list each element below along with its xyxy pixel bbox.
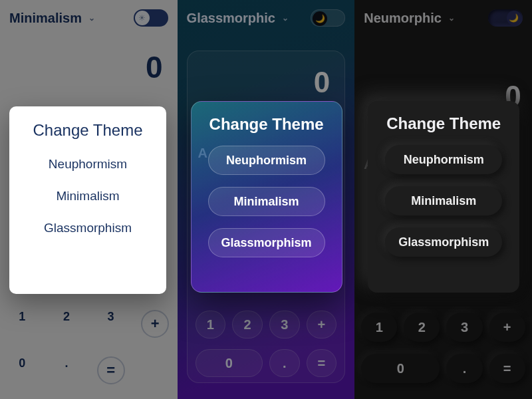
modal-title: Change Theme (33, 121, 143, 140)
panel-minimalism: Minimalism ⌄ ☀ 0 1 2 3 + 0 . = Change Th… (0, 0, 178, 399)
key-0[interactable]: 0 (361, 354, 440, 383)
theme-dropdown[interactable]: Neumorphic ⌄ (364, 11, 455, 26)
theme-option-glassmorphism[interactable]: Glassmorphism (44, 221, 132, 235)
moon-icon: 🌙 (313, 11, 327, 26)
theme-name: Minimalism (9, 11, 82, 26)
theme-option-minimalism[interactable]: Minimalism (57, 189, 120, 203)
key-dot[interactable]: . (269, 349, 300, 377)
panel-glassmorphic: Glassmorphic ⌄ 🌙 0 A 1 2 3 + 0 . = Chang… (178, 0, 355, 399)
panel-neumorphic: Neumorphic ⌄ 🌙 0 A 1 2 3 + 0 . = Change … (354, 0, 532, 399)
header: Neumorphic ⌄ 🌙 (354, 0, 532, 32)
dark-mode-toggle[interactable]: 🌙 (488, 9, 523, 27)
modal-title: Change Theme (209, 115, 324, 134)
moon-icon: 🌙 (507, 11, 521, 25)
theme-option-minimalism[interactable]: Minimalism (208, 187, 325, 216)
three-theme-showcase: Minimalism ⌄ ☀ 0 1 2 3 + 0 . = Change Th… (0, 0, 532, 399)
key-empty (133, 356, 178, 384)
key-dot[interactable]: . (45, 356, 89, 384)
theme-option-neuphormism[interactable]: Neuphormism (385, 145, 502, 174)
key-0[interactable]: 0 (196, 349, 263, 377)
header: Minimalism ⌄ ☀ (0, 0, 178, 32)
keypad-bottom: 1 2 3 + 0 . = (0, 310, 178, 384)
key-3[interactable]: 3 (88, 310, 133, 338)
theme-name: Glassmorphic (187, 11, 275, 26)
chevron-down-icon: ⌄ (88, 13, 95, 23)
chevron-down-icon: ⌄ (448, 13, 455, 23)
equals-icon: = (97, 356, 125, 384)
calc-display: 0 (0, 32, 178, 85)
key-plus[interactable]: + (307, 311, 337, 338)
theme-dropdown[interactable]: Glassmorphic ⌄ (187, 11, 289, 26)
theme-option-glassmorphism[interactable]: Glassmorphism (385, 227, 502, 257)
header: Glassmorphic ⌄ 🌙 (178, 0, 355, 32)
key-1[interactable]: 1 (361, 313, 397, 342)
key-3[interactable]: 3 (446, 313, 482, 342)
key-0[interactable]: 0 (0, 356, 45, 384)
key-2[interactable]: 2 (232, 311, 263, 338)
dark-mode-toggle[interactable]: ☀ (134, 9, 168, 27)
dark-mode-toggle[interactable]: 🌙 (311, 9, 345, 27)
change-theme-modal: Change Theme Neuphormism Minimalism Glas… (368, 101, 519, 293)
key-plus[interactable]: + (133, 310, 178, 338)
key-plus[interactable]: + (489, 313, 525, 342)
theme-option-glassmorphism[interactable]: Glassmorphism (208, 228, 325, 257)
theme-name: Neumorphic (364, 11, 442, 26)
calc-display: 0 (188, 51, 345, 99)
chevron-down-icon: ⌄ (282, 13, 289, 23)
keypad-bottom: 1 2 3 + 0 . = (196, 311, 337, 377)
plus-icon: + (141, 310, 169, 338)
key-1[interactable]: 1 (0, 310, 45, 338)
theme-option-minimalism[interactable]: Minimalism (385, 186, 502, 215)
keypad-bottom: 1 2 3 + 0 . = (361, 313, 525, 383)
key-3[interactable]: 3 (269, 311, 300, 338)
key-equals[interactable]: = (489, 354, 525, 383)
change-theme-modal: Change Theme Neuphormism Minimalism Glas… (191, 101, 342, 293)
key-dot[interactable]: . (446, 354, 482, 383)
theme-option-neuphormism[interactable]: Neuphormism (208, 146, 325, 175)
key-1[interactable]: 1 (196, 311, 226, 338)
theme-dropdown[interactable]: Minimalism ⌄ (9, 11, 95, 26)
key-equals[interactable]: = (307, 349, 337, 377)
theme-option-neuphormism[interactable]: Neuphormism (49, 157, 127, 172)
change-theme-modal: Change Theme Neuphormism Minimalism Glas… (9, 106, 166, 294)
sun-icon: ☀ (135, 11, 150, 25)
key-2[interactable]: 2 (45, 310, 89, 338)
key-2[interactable]: 2 (404, 313, 440, 342)
key-equals[interactable]: = (88, 356, 133, 384)
modal-title: Change Theme (386, 114, 501, 133)
